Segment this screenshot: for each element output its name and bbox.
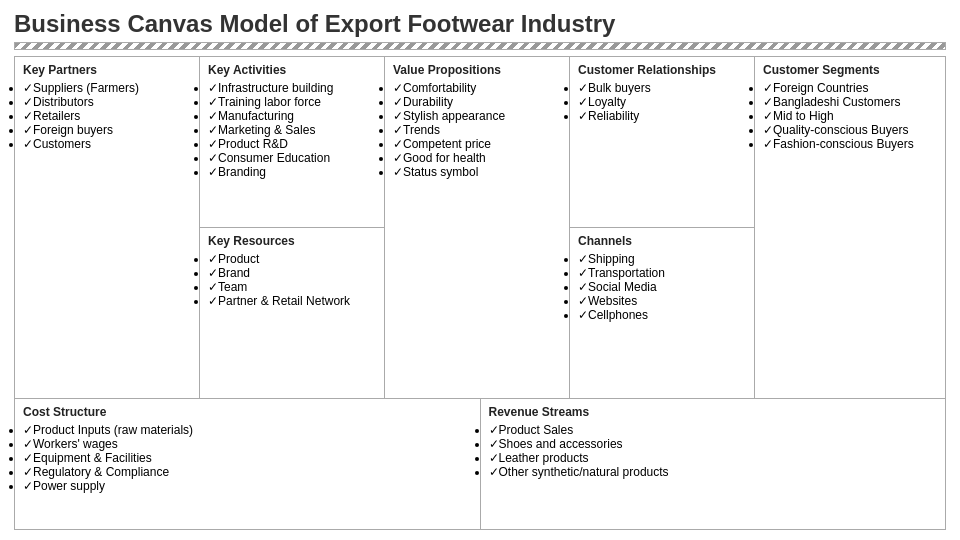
check-icon: ✓ [578, 252, 588, 266]
list-item: ✓Foreign Countries [763, 81, 937, 95]
check-icon: ✓ [208, 123, 218, 137]
cost-structure-header: Cost Structure [23, 405, 472, 419]
channels-header: Channels [578, 234, 746, 248]
customer-relationships-top: Customer Relationships ✓Bulk buyers ✓Loy… [570, 57, 754, 228]
check-icon: ✓ [489, 423, 499, 437]
check-icon: ✓ [208, 252, 218, 266]
revenue-streams-list: ✓Product Sales ✓Shoes and accessories ✓L… [489, 423, 938, 479]
check-icon: ✓ [578, 266, 588, 280]
check-icon: ✓ [23, 451, 33, 465]
list-item: ✓Transportation [578, 266, 746, 280]
check-icon: ✓ [578, 95, 588, 109]
key-resources-cell: Key Resources ✓Product ✓Brand ✓Team ✓Par… [200, 228, 384, 398]
list-item: ✓Product R&D [208, 137, 376, 151]
list-item: ✓Bulk buyers [578, 81, 746, 95]
list-item: ✓Brand [208, 266, 376, 280]
check-icon: ✓ [208, 266, 218, 280]
customer-relationships-list: ✓Bulk buyers ✓Loyalty ✓Reliability [578, 81, 746, 123]
list-item: ✓Status symbol [393, 165, 561, 179]
list-item: ✓Manufacturing [208, 109, 376, 123]
list-item: ✓Retailers [23, 109, 191, 123]
customer-segments-cell: Customer Segments ✓Foreign Countries ✓Ba… [755, 57, 945, 398]
check-icon: ✓ [23, 465, 33, 479]
list-item: ✓Reliability [578, 109, 746, 123]
key-resources-list: ✓Product ✓Brand ✓Team ✓Partner & Retail … [208, 252, 376, 308]
list-item: ✓Durability [393, 95, 561, 109]
check-icon: ✓ [763, 123, 773, 137]
list-item: ✓Product Inputs (raw materials) [23, 423, 472, 437]
key-partners-header: Key Partners [23, 63, 191, 77]
list-item: ✓Other synthetic/natural products [489, 465, 938, 479]
cost-structure-list: ✓Product Inputs (raw materials) ✓Workers… [23, 423, 472, 493]
list-item: ✓Stylish appearance [393, 109, 561, 123]
channels-cell: Channels ✓Shipping ✓Transportation ✓Soci… [570, 228, 754, 398]
check-icon: ✓ [208, 109, 218, 123]
check-icon: ✓ [578, 81, 588, 95]
customer-relationships-header: Customer Relationships [578, 63, 746, 77]
list-item: ✓Loyalty [578, 95, 746, 109]
list-item: ✓Mid to High [763, 109, 937, 123]
value-propositions-list: ✓Comfortability ✓Durability ✓Stylish app… [393, 81, 561, 179]
list-item: ✓Good for health [393, 151, 561, 165]
list-item: ✓Power supply [23, 479, 472, 493]
list-item: ✓Consumer Education [208, 151, 376, 165]
list-item: ✓Shipping [578, 252, 746, 266]
check-icon: ✓ [208, 137, 218, 151]
check-icon: ✓ [393, 151, 403, 165]
list-item: ✓Customers [23, 137, 191, 151]
check-icon: ✓ [578, 294, 588, 308]
page: Business Canvas Model of Export Footwear… [0, 0, 960, 540]
key-resources-header: Key Resources [208, 234, 376, 248]
check-icon: ✓ [23, 123, 33, 137]
key-partners-list: ✓Suppliers (Farmers) ✓Distributors ✓Reta… [23, 81, 191, 151]
list-item: ✓Leather products [489, 451, 938, 465]
value-propositions-cell: Value Propositions ✓Comfortability ✓Dura… [385, 57, 570, 398]
check-icon: ✓ [763, 137, 773, 151]
check-icon: ✓ [489, 465, 499, 479]
check-icon: ✓ [208, 95, 218, 109]
check-icon: ✓ [393, 137, 403, 151]
check-icon: ✓ [23, 95, 33, 109]
list-item: ✓Foreign buyers [23, 123, 191, 137]
list-item: ✓Shoes and accessories [489, 437, 938, 451]
check-icon: ✓ [393, 165, 403, 179]
bottom-section: Cost Structure ✓Product Inputs (raw mate… [15, 399, 945, 529]
page-title: Business Canvas Model of Export Footwear… [14, 10, 946, 38]
check-icon: ✓ [23, 423, 33, 437]
list-item: ✓Workers' wages [23, 437, 472, 451]
check-icon: ✓ [208, 81, 218, 95]
top-section: Key Partners ✓Suppliers (Farmers) ✓Distr… [15, 57, 945, 399]
list-item: ✓Partner & Retail Network [208, 294, 376, 308]
list-item: ✓Team [208, 280, 376, 294]
list-item: ✓Product [208, 252, 376, 266]
check-icon: ✓ [208, 294, 218, 308]
check-icon: ✓ [763, 95, 773, 109]
list-item: ✓Training labor force [208, 95, 376, 109]
check-icon: ✓ [23, 479, 33, 493]
check-icon: ✓ [208, 151, 218, 165]
check-icon: ✓ [489, 437, 499, 451]
key-activities-cell: Key Activities ✓Infrastructure building … [200, 57, 385, 398]
list-item: ✓Comfortability [393, 81, 561, 95]
cost-structure-cell: Cost Structure ✓Product Inputs (raw mate… [15, 399, 481, 529]
customer-segments-header: Customer Segments [763, 63, 937, 77]
check-icon: ✓ [208, 165, 218, 179]
key-partners-cell: Key Partners ✓Suppliers (Farmers) ✓Distr… [15, 57, 200, 398]
key-activities-list: ✓Infrastructure building ✓Training labor… [208, 81, 376, 179]
key-activities-top: Key Activities ✓Infrastructure building … [200, 57, 384, 228]
revenue-streams-cell: Revenue Streams ✓Product Sales ✓Shoes an… [481, 399, 946, 529]
list-item: ✓Suppliers (Farmers) [23, 81, 191, 95]
list-item: ✓Websites [578, 294, 746, 308]
list-item: ✓Infrastructure building [208, 81, 376, 95]
list-item: ✓Regulatory & Compliance [23, 465, 472, 479]
check-icon: ✓ [763, 81, 773, 95]
list-item: ✓Marketing & Sales [208, 123, 376, 137]
list-item: ✓Fashion-conscious Buyers [763, 137, 937, 151]
check-icon: ✓ [23, 137, 33, 151]
check-icon: ✓ [393, 123, 403, 137]
check-icon: ✓ [489, 451, 499, 465]
key-activities-header: Key Activities [208, 63, 376, 77]
list-item: ✓Quality-conscious Buyers [763, 123, 937, 137]
list-item: ✓Cellphones [578, 308, 746, 322]
list-item: ✓Competent price [393, 137, 561, 151]
